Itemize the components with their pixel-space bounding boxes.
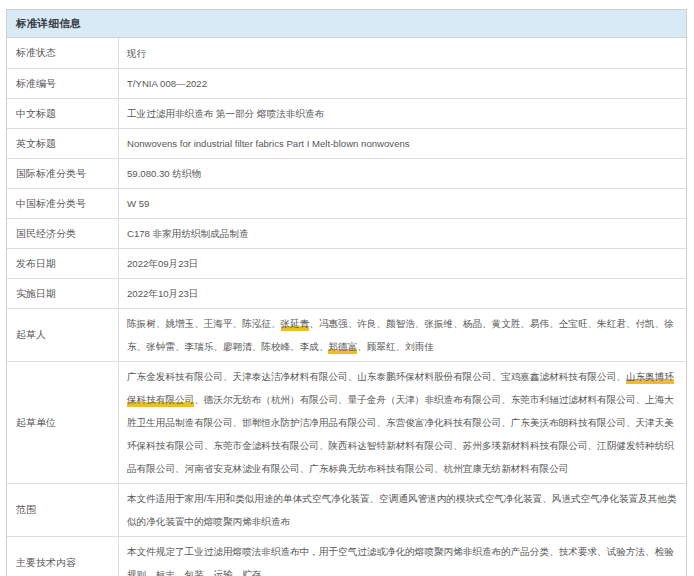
- row-value: 59.080.30 纺织物: [119, 159, 686, 188]
- value-text: C178 非家用纺织制成品制造: [127, 228, 249, 239]
- row-value: Nonwovens for industrial filter fabrics …: [119, 129, 686, 158]
- row-value: 现行: [119, 38, 686, 68]
- row-label: 起草单位: [7, 362, 119, 483]
- row-value: W 59: [119, 189, 686, 218]
- row-label: 英文标题: [7, 129, 119, 158]
- row-label: 国际标准分类号: [7, 159, 119, 188]
- row-label: 标准编号: [7, 69, 119, 98]
- table-row: 发布日期2022年09月23日: [7, 248, 686, 278]
- row-value: 本文件规定了工业过滤用熔喷法非织造布中，用于空气过滤或净化的熔喷聚丙烯非织造布的…: [119, 537, 686, 576]
- table-row: 国民经济分类C178 非家用纺织制成品制造: [7, 218, 686, 248]
- row-label: 发布日期: [7, 249, 119, 278]
- table-row: 标准状态现行: [7, 38, 686, 68]
- value-text: 、德沃尔无纺布（杭州）有限公司、量子金舟（天津）非织造布有限公司、东莞市利辐过滤…: [127, 394, 674, 474]
- table-row: 英文标题Nonwovens for industrial filter fabr…: [7, 128, 686, 158]
- table-row: 中文标题工业过滤用非织造布 第一部分 熔喷法非织造布: [7, 98, 686, 128]
- value-text: W 59: [127, 198, 149, 209]
- value-text: 、顾翠红、刘雨佳: [357, 341, 434, 352]
- row-label: 中国标准分类号: [7, 189, 119, 218]
- row-label: 中文标题: [7, 99, 119, 128]
- row-value: 2022年10月23日: [119, 279, 686, 308]
- value-text: 本文件规定了工业过滤用熔喷法非织造布中，用于空气过滤或净化的熔喷聚丙烯非织造布的…: [127, 546, 674, 576]
- row-label: 国民经济分类: [7, 219, 119, 248]
- row-value: 本文件适用于家用/车用和类似用途的单体式空气净化装置、空调通风管道内的模块式空气…: [119, 484, 686, 536]
- row-label: 实施日期: [7, 279, 119, 308]
- row-label: 范围: [7, 484, 119, 536]
- highlight-mark: 郑德富: [328, 341, 357, 354]
- table-row: 中国标准分类号W 59: [7, 188, 686, 218]
- standard-detail-page: 标准详细信息 标准状态现行标准编号T/YNIA 008—2022中文标题工业过滤…: [0, 0, 694, 576]
- highlight-mark: 张延青: [281, 318, 310, 331]
- value-text: 工业过滤用非织造布 第一部分 熔喷法非织造布: [127, 108, 324, 119]
- table-row: 标准编号T/YNIA 008—2022: [7, 68, 686, 98]
- table-row: 起草人陈振树、姚增玉、王海平、陈泓征、张延青、冯惠强、许良、颜智浩、张振维、杨晶…: [7, 308, 686, 361]
- row-value: 工业过滤用非织造布 第一部分 熔喷法非织造布: [119, 99, 686, 128]
- row-value: 陈振树、姚增玉、王海平、陈泓征、张延青、冯惠强、许良、颜智浩、张振维、杨晶、黄文…: [119, 309, 686, 361]
- table-row: 国际标准分类号59.080.30 纺织物: [7, 158, 686, 188]
- row-value: C178 非家用纺织制成品制造: [119, 219, 686, 248]
- value-text: 广东金发科技有限公司、天津泰达洁净材料有限公司、山东泰鹏环保材料股份有限公司、宝…: [127, 371, 626, 382]
- value-text: T/YNIA 008—2022: [127, 78, 207, 89]
- row-label: 标准状态: [7, 38, 119, 68]
- value-text: 现行: [127, 48, 146, 59]
- value-text: Nonwovens for industrial filter fabrics …: [127, 138, 410, 149]
- panel-title: 标准详细信息: [7, 10, 686, 38]
- standard-detail-panel: 标准详细信息 标准状态现行标准编号T/YNIA 008—2022中文标题工业过滤…: [6, 9, 687, 576]
- value-text: 陈振树、姚增玉、王海平、陈泓征、: [127, 318, 281, 329]
- table-row: 实施日期2022年10月23日: [7, 278, 686, 308]
- value-text: 本文件适用于家用/车用和类似用途的单体式空气净化装置、空调通风管道内的模块式空气…: [127, 493, 677, 527]
- value-text: 59.080.30 纺织物: [127, 168, 201, 179]
- table-row: 主要技术内容本文件规定了工业过滤用熔喷法非织造布中，用于空气过滤或净化的熔喷聚丙…: [7, 536, 686, 576]
- value-text: 2022年09月23日: [127, 258, 198, 269]
- value-text: 2022年10月23日: [127, 288, 198, 299]
- row-value: 广东金发科技有限公司、天津泰达洁净材料有限公司、山东泰鹏环保材料股份有限公司、宝…: [119, 362, 686, 483]
- row-label: 起草人: [7, 309, 119, 361]
- table-row: 范围本文件适用于家用/车用和类似用途的单体式空气净化装置、空调通风管道内的模块式…: [7, 483, 686, 536]
- table-row: 起草单位广东金发科技有限公司、天津泰达洁净材料有限公司、山东泰鹏环保材料股份有限…: [7, 361, 686, 483]
- row-label: 主要技术内容: [7, 537, 119, 576]
- row-value: 2022年09月23日: [119, 249, 686, 278]
- detail-rows: 标准状态现行标准编号T/YNIA 008—2022中文标题工业过滤用非织造布 第…: [7, 38, 686, 576]
- row-value: T/YNIA 008—2022: [119, 69, 686, 98]
